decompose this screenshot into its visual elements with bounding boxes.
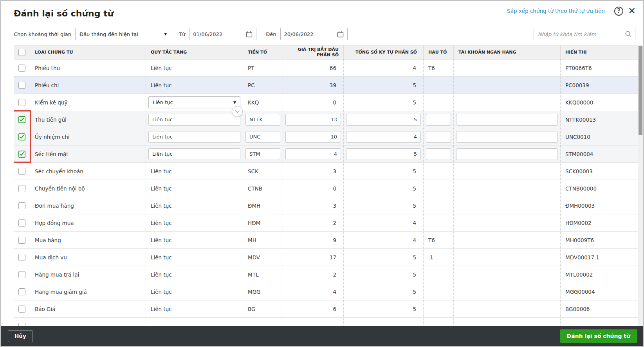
- prefix-cell: ĐMH: [243, 197, 283, 214]
- table-row: Kiểm kê quỹLiên tục▼KKQ05KKQ00000: [14, 94, 638, 111]
- bank-account-input[interactable]: [456, 148, 558, 160]
- sort-priority-link[interactable]: Sắp xếp chứng từ theo thứ tự ưu tiên: [507, 8, 605, 14]
- column-header: HẬU TỐ: [423, 45, 453, 59]
- column-header: QUY TẮC TĂNG: [146, 45, 243, 59]
- row-checkbox[interactable]: [18, 254, 25, 261]
- period-select-value: Đầu tháng đến hiện tại: [79, 31, 164, 37]
- calendar-icon: [246, 31, 253, 38]
- prefix-cell: BG: [243, 300, 283, 317]
- from-label: Từ: [179, 31, 185, 37]
- rule-cell: Liên tục: [146, 77, 243, 93]
- rule-cell: Liên tục: [146, 180, 243, 197]
- start-value-cell: 66: [283, 59, 343, 76]
- suffix-input[interactable]: [426, 131, 451, 143]
- table-row: Thu tiền gửiNTTK00013: [14, 111, 638, 128]
- start-value-input[interactable]: [285, 131, 341, 143]
- prefix-input[interactable]: [245, 131, 280, 143]
- row-checkbox[interactable]: [18, 82, 25, 89]
- bank-account-cell: [453, 180, 560, 197]
- start-value-input[interactable]: [285, 148, 341, 160]
- rule-input[interactable]: [148, 148, 240, 160]
- display-preview-cell: KKQ00000: [560, 94, 638, 111]
- row-checkbox[interactable]: [18, 306, 25, 313]
- start-value-cell: 17: [283, 249, 343, 266]
- chevron-down-icon: ▼: [164, 32, 167, 36]
- document-type-cell: Ủy nhiệm chi: [30, 128, 146, 145]
- table-cell: [453, 111, 560, 128]
- table-cell: [423, 128, 453, 145]
- display-preview-cell: NTTK00013: [560, 111, 638, 128]
- table-cell: [283, 111, 343, 128]
- calendar-icon: [337, 31, 344, 38]
- row-checkbox[interactable]: [18, 133, 25, 140]
- help-icon[interactable]: ?: [614, 7, 623, 16]
- column-header: TỔNG SỐ KÝ TỰ PHẦN SỐ: [343, 45, 423, 59]
- document-type-cell: Chuyển tiền nội bộ: [30, 180, 146, 197]
- vertical-scrollbar[interactable]: [638, 45, 643, 327]
- start-value-input[interactable]: [285, 114, 341, 126]
- suffix-cell: [423, 197, 453, 214]
- row-checkbox[interactable]: [18, 65, 25, 72]
- digit-count-cell: 5: [343, 94, 423, 111]
- table-cell: [453, 128, 560, 145]
- digit-count-cell: 5: [343, 283, 423, 300]
- filter-bar: Chọn khoảng thời gian Đầu tháng đến hiện…: [14, 27, 635, 41]
- rule-select[interactable]: Liên tục▼: [148, 96, 240, 108]
- rule-input[interactable]: [148, 114, 240, 126]
- row-checkbox[interactable]: [18, 202, 25, 209]
- table-cell: [243, 146, 283, 162]
- renumber-submit-button[interactable]: Đánh lại số chứng từ: [560, 329, 637, 343]
- row-checkbox[interactable]: [18, 168, 25, 175]
- bank-account-input[interactable]: [456, 131, 558, 143]
- document-type-cell: Séc tiền mặt: [30, 146, 146, 162]
- rule-input[interactable]: [148, 131, 240, 143]
- checkbox-cell: [14, 180, 30, 197]
- row-checkbox[interactable]: [18, 237, 25, 244]
- to-date-input[interactable]: 20/06/2022: [280, 28, 348, 40]
- bank-account-cell: [453, 266, 560, 283]
- bank-account-cell: [453, 232, 560, 248]
- rule-cell: Liên tục: [146, 232, 243, 248]
- from-date-input[interactable]: 01/06/2022: [189, 28, 256, 40]
- prefix-input[interactable]: [245, 114, 280, 126]
- display-preview-cell: CTNB00000: [560, 180, 638, 197]
- prefix-input[interactable]: [245, 148, 280, 160]
- bank-account-cell: [453, 214, 560, 231]
- period-select[interactable]: Đầu tháng đến hiện tại ▼: [75, 28, 171, 40]
- document-type-cell: Mua hàng: [30, 232, 146, 248]
- document-type-cell: Hàng mua giảm giá: [30, 283, 146, 300]
- display-preview-cell: MDV00017.1: [560, 249, 638, 266]
- suffix-input[interactable]: [426, 114, 451, 126]
- row-checkbox[interactable]: [18, 219, 25, 227]
- checkbox-cell: [14, 232, 30, 248]
- table-cell: [146, 146, 243, 162]
- row-checkbox[interactable]: [18, 288, 25, 295]
- checkbox-cell: [14, 300, 30, 317]
- search-icon[interactable]: [625, 31, 632, 38]
- select-all-checkbox[interactable]: [18, 49, 25, 56]
- digit-count-input[interactable]: [346, 148, 421, 160]
- digit-count-input[interactable]: [346, 131, 421, 143]
- row-checkbox[interactable]: [18, 116, 25, 123]
- row-expander-button[interactable]: [232, 106, 243, 117]
- suffix-input[interactable]: [426, 148, 451, 160]
- table-cell: [146, 111, 243, 128]
- search-input[interactable]: [538, 31, 625, 37]
- display-preview-cell: BG00006: [560, 300, 638, 317]
- row-checkbox[interactable]: [18, 185, 25, 192]
- checkbox-cell: [14, 249, 30, 266]
- cancel-button[interactable]: Hủy: [8, 330, 33, 342]
- digit-count-cell: 5: [343, 197, 423, 214]
- row-checkbox[interactable]: [18, 271, 25, 278]
- display-preview-cell: STM00004: [560, 146, 638, 162]
- scrollbar-thumb[interactable]: [639, 46, 642, 135]
- row-checkbox[interactable]: [18, 99, 25, 106]
- digit-count-input[interactable]: [346, 114, 421, 126]
- checkbox-cell: [14, 283, 30, 300]
- suffix-cell: [423, 77, 453, 93]
- table-row: Chuyển tiền nội bộLiên tụcCTNB05CTNB0000…: [14, 180, 638, 197]
- bank-account-input[interactable]: [456, 114, 558, 126]
- close-icon[interactable]: ✕: [627, 6, 637, 16]
- row-checkbox[interactable]: [18, 151, 25, 158]
- start-value-cell: 2: [283, 266, 343, 283]
